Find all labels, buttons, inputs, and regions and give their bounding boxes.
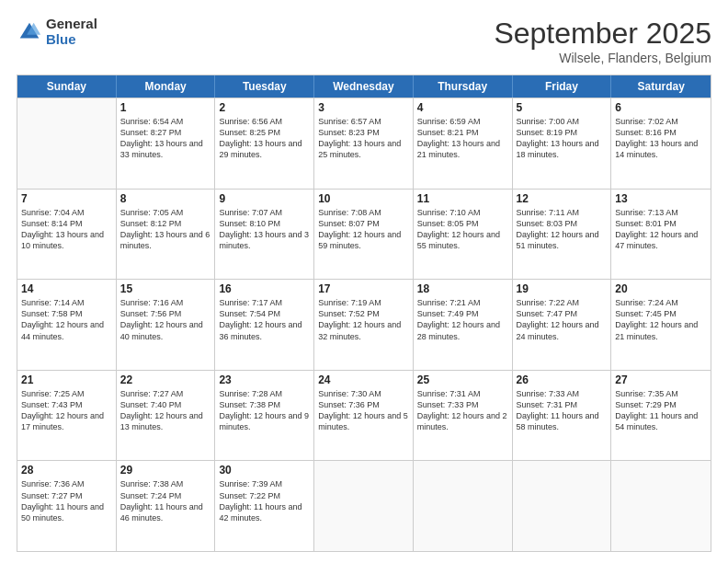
cal-day-num: 29 <box>120 464 211 477</box>
cal-day-num: 27 <box>615 373 707 386</box>
page: General Blue September 2025 Wilsele, Fla… <box>0 0 728 563</box>
cal-cell-info: Sunrise: 6:56 AM Sunset: 8:25 PM Dayligh… <box>219 116 310 161</box>
cal-cell-4-1: 29Sunrise: 7:38 AM Sunset: 7:24 PM Dayli… <box>117 461 216 551</box>
cal-day-num: 13 <box>615 192 707 205</box>
calendar: SundayMondayTuesdayWednesdayThursdayFrid… <box>17 75 711 552</box>
cal-cell-info: Sunrise: 7:30 AM Sunset: 7:36 PM Dayligh… <box>318 388 409 433</box>
cal-header-friday: Friday <box>513 75 612 98</box>
cal-day-num: 1 <box>120 101 211 114</box>
logo-general-text: General <box>46 17 97 32</box>
title-month: September 2025 <box>494 17 711 51</box>
cal-cell-info: Sunrise: 6:59 AM Sunset: 8:21 PM Dayligh… <box>417 116 508 161</box>
cal-cell-4-0: 28Sunrise: 7:36 AM Sunset: 7:27 PM Dayli… <box>17 461 117 551</box>
cal-header-tuesday: Tuesday <box>215 75 314 98</box>
cal-week-0: 1Sunrise: 6:54 AM Sunset: 8:27 PM Daylig… <box>17 98 711 189</box>
cal-cell-info: Sunrise: 7:05 AM Sunset: 8:12 PM Dayligh… <box>120 207 211 252</box>
header: General Blue September 2025 Wilsele, Fla… <box>17 17 711 65</box>
cal-cell-info: Sunrise: 7:16 AM Sunset: 7:56 PM Dayligh… <box>120 297 211 342</box>
cal-day-num: 24 <box>318 373 409 386</box>
cal-cell-0-3: 3Sunrise: 6:57 AM Sunset: 8:23 PM Daylig… <box>314 98 414 189</box>
cal-cell-4-4 <box>414 461 513 551</box>
cal-day-num: 28 <box>21 464 112 477</box>
logo: General Blue <box>17 17 97 47</box>
cal-header-sunday: Sunday <box>17 75 117 98</box>
cal-day-num: 22 <box>120 373 211 386</box>
cal-cell-info: Sunrise: 7:35 AM Sunset: 7:29 PM Dayligh… <box>615 388 707 433</box>
cal-cell-2-3: 17Sunrise: 7:19 AM Sunset: 7:52 PM Dayli… <box>314 280 414 370</box>
calendar-body: 1Sunrise: 6:54 AM Sunset: 8:27 PM Daylig… <box>17 98 711 551</box>
cal-day-num: 17 <box>318 282 409 295</box>
cal-day-num: 5 <box>517 101 608 114</box>
cal-day-num: 21 <box>21 373 112 386</box>
cal-week-3: 21Sunrise: 7:25 AM Sunset: 7:43 PM Dayli… <box>17 370 711 461</box>
cal-cell-info: Sunrise: 7:17 AM Sunset: 7:54 PM Dayligh… <box>219 297 310 342</box>
cal-cell-info: Sunrise: 7:39 AM Sunset: 7:22 PM Dayligh… <box>219 478 310 523</box>
cal-cell-1-5: 12Sunrise: 7:11 AM Sunset: 8:03 PM Dayli… <box>513 190 612 280</box>
cal-cell-2-1: 15Sunrise: 7:16 AM Sunset: 7:56 PM Dayli… <box>117 280 216 370</box>
cal-cell-2-4: 18Sunrise: 7:21 AM Sunset: 7:49 PM Dayli… <box>414 280 513 370</box>
cal-cell-2-2: 16Sunrise: 7:17 AM Sunset: 7:54 PM Dayli… <box>215 280 314 370</box>
cal-cell-info: Sunrise: 7:00 AM Sunset: 8:19 PM Dayligh… <box>517 116 608 161</box>
cal-cell-0-1: 1Sunrise: 6:54 AM Sunset: 8:27 PM Daylig… <box>117 98 216 189</box>
cal-day-num: 14 <box>21 282 112 295</box>
cal-cell-info: Sunrise: 7:04 AM Sunset: 8:14 PM Dayligh… <box>21 207 112 252</box>
cal-cell-info: Sunrise: 7:38 AM Sunset: 7:24 PM Dayligh… <box>120 478 211 523</box>
cal-day-num: 7 <box>21 192 112 205</box>
cal-day-num: 20 <box>615 282 707 295</box>
cal-cell-info: Sunrise: 6:54 AM Sunset: 8:27 PM Dayligh… <box>120 116 211 161</box>
cal-day-num: 6 <box>615 101 707 114</box>
cal-cell-info: Sunrise: 7:11 AM Sunset: 8:03 PM Dayligh… <box>517 207 608 252</box>
cal-cell-info: Sunrise: 7:24 AM Sunset: 7:45 PM Dayligh… <box>615 297 707 342</box>
cal-cell-0-6: 6Sunrise: 7:02 AM Sunset: 8:16 PM Daylig… <box>611 98 711 189</box>
cal-day-num: 15 <box>120 282 211 295</box>
calendar-header-row: SundayMondayTuesdayWednesdayThursdayFrid… <box>17 75 711 98</box>
cal-cell-2-0: 14Sunrise: 7:14 AM Sunset: 7:58 PM Dayli… <box>17 280 117 370</box>
cal-cell-info: Sunrise: 7:08 AM Sunset: 8:07 PM Dayligh… <box>318 207 409 252</box>
cal-day-num: 10 <box>318 192 409 205</box>
cal-cell-info: Sunrise: 7:07 AM Sunset: 8:10 PM Dayligh… <box>219 207 310 252</box>
cal-cell-info: Sunrise: 7:22 AM Sunset: 7:47 PM Dayligh… <box>517 297 608 342</box>
logo-blue-text: Blue <box>46 32 97 48</box>
cal-day-num: 4 <box>417 101 508 114</box>
cal-cell-1-4: 11Sunrise: 7:10 AM Sunset: 8:05 PM Dayli… <box>414 190 513 280</box>
cal-cell-3-3: 24Sunrise: 7:30 AM Sunset: 7:36 PM Dayli… <box>314 371 414 461</box>
cal-week-1: 7Sunrise: 7:04 AM Sunset: 8:14 PM Daylig… <box>17 189 711 280</box>
cal-header-wednesday: Wednesday <box>314 75 414 98</box>
cal-header-monday: Monday <box>117 75 216 98</box>
cal-cell-0-0 <box>17 98 117 189</box>
cal-cell-0-4: 4Sunrise: 6:59 AM Sunset: 8:21 PM Daylig… <box>414 98 513 189</box>
cal-cell-info: Sunrise: 7:21 AM Sunset: 7:49 PM Dayligh… <box>417 297 508 342</box>
cal-day-num: 16 <box>219 282 310 295</box>
cal-day-num: 12 <box>517 192 608 205</box>
cal-cell-0-2: 2Sunrise: 6:56 AM Sunset: 8:25 PM Daylig… <box>215 98 314 189</box>
cal-day-num: 25 <box>417 373 508 386</box>
cal-cell-3-2: 23Sunrise: 7:28 AM Sunset: 7:38 PM Dayli… <box>215 371 314 461</box>
logo-text: General Blue <box>46 17 97 47</box>
logo-icon <box>17 19 42 45</box>
cal-cell-info: Sunrise: 6:57 AM Sunset: 8:23 PM Dayligh… <box>318 116 409 161</box>
cal-cell-1-3: 10Sunrise: 7:08 AM Sunset: 8:07 PM Dayli… <box>314 190 414 280</box>
cal-cell-info: Sunrise: 7:31 AM Sunset: 7:33 PM Dayligh… <box>417 388 508 433</box>
cal-cell-1-1: 8Sunrise: 7:05 AM Sunset: 8:12 PM Daylig… <box>117 190 216 280</box>
cal-cell-3-5: 26Sunrise: 7:33 AM Sunset: 7:31 PM Dayli… <box>513 371 612 461</box>
cal-cell-info: Sunrise: 7:19 AM Sunset: 7:52 PM Dayligh… <box>318 297 409 342</box>
cal-day-num: 9 <box>219 192 310 205</box>
cal-cell-3-1: 22Sunrise: 7:27 AM Sunset: 7:40 PM Dayli… <box>117 371 216 461</box>
cal-cell-info: Sunrise: 7:33 AM Sunset: 7:31 PM Dayligh… <box>517 388 608 433</box>
cal-cell-1-0: 7Sunrise: 7:04 AM Sunset: 8:14 PM Daylig… <box>17 190 117 280</box>
cal-week-4: 28Sunrise: 7:36 AM Sunset: 7:27 PM Dayli… <box>17 460 711 551</box>
cal-day-num: 26 <box>517 373 608 386</box>
cal-header-thursday: Thursday <box>414 75 513 98</box>
title-block: September 2025 Wilsele, Flanders, Belgiu… <box>494 17 711 65</box>
cal-day-num: 19 <box>517 282 608 295</box>
cal-cell-info: Sunrise: 7:36 AM Sunset: 7:27 PM Dayligh… <box>21 478 112 523</box>
cal-cell-3-6: 27Sunrise: 7:35 AM Sunset: 7:29 PM Dayli… <box>611 371 711 461</box>
cal-cell-4-5 <box>513 461 612 551</box>
cal-cell-4-2: 30Sunrise: 7:39 AM Sunset: 7:22 PM Dayli… <box>215 461 314 551</box>
cal-week-2: 14Sunrise: 7:14 AM Sunset: 7:58 PM Dayli… <box>17 279 711 370</box>
cal-cell-3-0: 21Sunrise: 7:25 AM Sunset: 7:43 PM Dayli… <box>17 371 117 461</box>
cal-cell-1-2: 9Sunrise: 7:07 AM Sunset: 8:10 PM Daylig… <box>215 190 314 280</box>
cal-cell-info: Sunrise: 7:25 AM Sunset: 7:43 PM Dayligh… <box>21 388 112 433</box>
cal-day-num: 11 <box>417 192 508 205</box>
cal-header-saturday: Saturday <box>611 75 711 98</box>
